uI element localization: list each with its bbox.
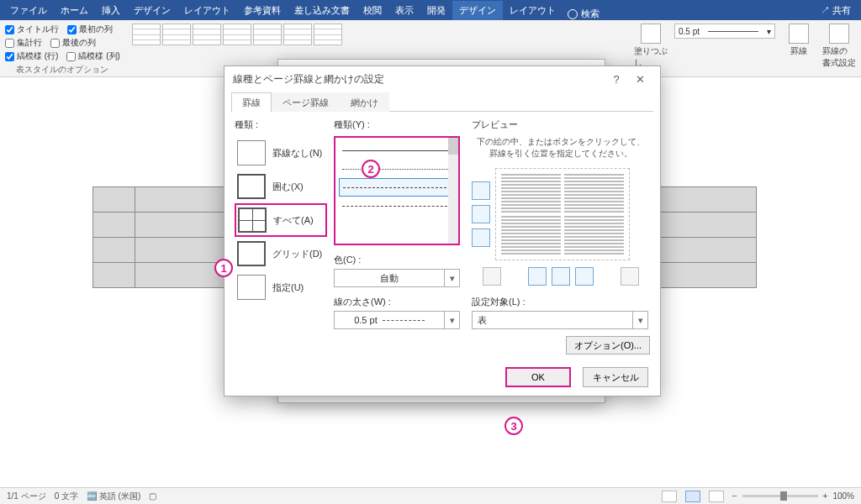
status-word-count[interactable]: 0 文字 <box>55 491 78 502</box>
tab-mailings[interactable]: 差し込み文書 <box>288 1 357 20</box>
opt-title-row[interactable]: タイトル行 <box>5 24 59 35</box>
search-placeholder: 検索 <box>581 8 600 20</box>
preview-diag2-button[interactable] <box>621 267 639 286</box>
kind-none[interactable]: 罫線なし(N) <box>235 136 327 170</box>
line-style-dashed[interactable] <box>339 178 455 197</box>
share-button[interactable]: ↗ 共有 <box>814 1 858 20</box>
lightbulb-icon <box>568 9 578 19</box>
preview-right-border-button[interactable] <box>575 267 594 286</box>
zoom-slider[interactable] <box>742 495 818 497</box>
callout-2: 2 <box>362 160 380 178</box>
app-titlebar: ファイル ホーム 挿入 デザイン レイアウト 参考資料 差し込み文書 校閲 表示… <box>0 0 861 20</box>
tab-design[interactable]: デザイン <box>127 1 177 20</box>
tab-view[interactable]: 表示 <box>388 1 420 20</box>
dialog-tab-page-border[interactable]: ページ罫線 <box>272 92 340 112</box>
kind-grid-icon <box>237 241 266 266</box>
table-style-thumb[interactable] <box>314 24 342 45</box>
preview-hmid-border-button[interactable] <box>472 205 490 223</box>
kind-custom-icon <box>237 275 266 300</box>
tab-insert[interactable]: 挿入 <box>95 1 127 20</box>
line-style-dotted[interactable] <box>339 160 455 178</box>
kind-grid[interactable]: グリッド(D) <box>235 237 327 270</box>
callout-3: 3 <box>504 417 523 435</box>
zoom-control[interactable]: − + 100% <box>732 491 854 501</box>
opt-first-col[interactable]: 最初の列 <box>67 24 113 35</box>
color-combo[interactable]: 自動▾ <box>334 269 460 287</box>
style-label: 種類(Y) : <box>334 118 460 131</box>
status-language[interactable]: 🔤 英語 (米国) <box>87 491 140 502</box>
kind-box[interactable]: 囲む(X) <box>235 170 327 203</box>
options-button[interactable]: オプション(O)... <box>566 336 650 354</box>
table-style-thumb[interactable] <box>193 24 221 45</box>
kind-label: 種類 : <box>235 118 327 131</box>
apply-to-label: 設定対象(L) : <box>472 296 650 308</box>
preview-label: プレビュー <box>472 118 650 131</box>
dialog-tab-borders[interactable]: 罫線 <box>231 92 272 112</box>
dialog-help-button[interactable]: ? <box>605 73 628 86</box>
borders-button[interactable]: 罫線 <box>782 24 816 57</box>
border-format-button[interactable]: 罫線の 書式設定 <box>822 24 856 69</box>
ok-button[interactable]: OK <box>505 367 571 387</box>
width-combo[interactable]: 0.5 pt ▾ <box>334 311 460 329</box>
tab-layout[interactable]: レイアウト <box>177 1 237 20</box>
kind-custom[interactable]: 指定(U) <box>235 270 327 304</box>
macro-record-icon[interactable]: ▢ <box>149 491 156 501</box>
kind-all[interactable]: すべて(A) <box>235 203 327 237</box>
dialog-tab-shading[interactable]: 網かけ <box>340 92 389 112</box>
tab-table-layout[interactable]: レイアウト <box>503 1 563 20</box>
tab-review[interactable]: 校閲 <box>357 1 388 20</box>
status-page[interactable]: 1/1 ページ <box>7 491 46 502</box>
preview-top-border-button[interactable] <box>472 181 490 200</box>
tab-home[interactable]: ホーム <box>54 1 95 20</box>
preview-diag1-button[interactable] <box>483 267 501 286</box>
dialog-close-button[interactable]: ✕ <box>628 73 652 86</box>
opt-banded-col[interactable]: 縞模様 (列) <box>66 50 119 62</box>
line-style-dashdot[interactable] <box>339 197 455 215</box>
tab-table-design[interactable]: デザイン <box>452 1 503 20</box>
view-print-layout[interactable] <box>685 491 700 502</box>
view-read-mode[interactable] <box>662 491 677 502</box>
opt-banded-row[interactable]: 縞模様 (行) <box>5 50 58 62</box>
chevron-down-icon: ▾ <box>444 312 459 328</box>
chevron-down-icon: ▾ <box>632 312 647 328</box>
borders-shading-dialog: 線種とページ罫線と網かけの設定 ? ✕ 罫線 ページ罫線 網かけ 種類 : 罫線… <box>224 66 661 396</box>
tab-file[interactable]: ファイル <box>3 1 54 20</box>
style-scrollbar[interactable] <box>448 138 458 244</box>
tell-me-search[interactable]: 検索 <box>563 8 605 20</box>
color-label: 色(C) : <box>334 254 460 266</box>
tab-developer[interactable]: 開発 <box>420 1 452 20</box>
cancel-button[interactable]: キャンセル <box>583 367 648 387</box>
preview-vmid-border-button[interactable] <box>552 267 570 286</box>
status-bar: 1/1 ページ 0 文字 🔤 英語 (米国) ▢ − + 100% <box>0 487 861 504</box>
kind-box-icon <box>237 174 266 199</box>
kind-none-icon <box>237 140 266 165</box>
opt-last-col[interactable]: 最後の列 <box>50 37 96 49</box>
tab-references[interactable]: 参考資料 <box>237 1 288 20</box>
table-style-thumb[interactable] <box>253 24 282 45</box>
table-style-thumb[interactable] <box>162 24 191 45</box>
callout-1: 1 <box>214 259 233 277</box>
preview-hint: 下の絵の中、またはボタンをクリックして、罫線を引く位置を指定してください。 <box>472 136 650 160</box>
shading-button[interactable]: 塗りつぶし <box>634 24 668 69</box>
zoom-percent[interactable]: 100% <box>832 491 854 501</box>
border-preview[interactable] <box>495 168 630 260</box>
kind-all-icon <box>238 207 267 233</box>
dialog-title: 線種とページ罫線と網かけの設定 <box>233 72 384 87</box>
zoom-in-button[interactable]: + <box>823 491 828 501</box>
opt-total-row[interactable]: 集計行 <box>5 37 42 49</box>
table-style-thumb[interactable] <box>283 24 312 45</box>
dialog-tabs: 罫線 ページ罫線 網かけ <box>231 92 653 112</box>
line-style-list[interactable] <box>334 136 460 245</box>
apply-to-combo[interactable]: 表▾ <box>472 311 648 329</box>
preview-left-border-button[interactable] <box>528 267 547 286</box>
pen-width-combo[interactable]: 0.5 pt▾ <box>674 24 775 39</box>
table-style-thumb[interactable] <box>132 24 161 45</box>
zoom-out-button[interactable]: − <box>732 491 737 501</box>
width-label: 線の太さ(W) : <box>334 296 460 308</box>
table-style-thumb[interactable] <box>223 24 251 45</box>
view-web-layout[interactable] <box>709 491 724 502</box>
preview-bottom-border-button[interactable] <box>472 228 490 247</box>
table-styles-gallery[interactable] <box>132 24 342 45</box>
border-format-icon <box>829 24 849 44</box>
line-style-solid[interactable] <box>339 141 455 160</box>
